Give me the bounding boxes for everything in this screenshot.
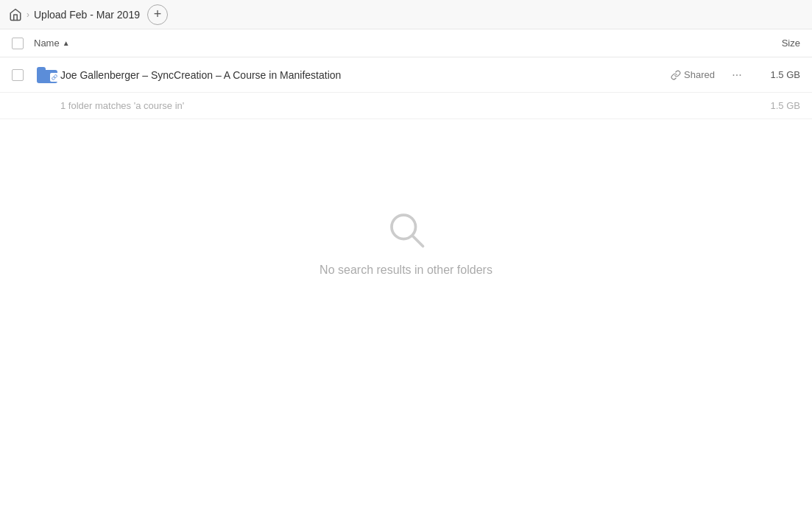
column-header: Name ▲ Size bbox=[0, 29, 812, 57]
match-info-size: 1.5 GB bbox=[756, 100, 800, 111]
home-button[interactable] bbox=[9, 8, 22, 21]
size-column-header: Size bbox=[741, 38, 800, 49]
link-overlay-icon bbox=[50, 73, 59, 82]
link-icon bbox=[671, 70, 681, 80]
more-dots-icon: ··· bbox=[732, 68, 741, 82]
folder-link-icon bbox=[37, 67, 57, 83]
no-results-text: No search results in other folders bbox=[319, 264, 493, 277]
home-icon bbox=[9, 8, 22, 21]
no-results-area: No search results in other folders bbox=[0, 119, 812, 277]
sort-arrow-icon: ▲ bbox=[63, 39, 70, 47]
select-all-checkbox-col[interactable] bbox=[12, 38, 34, 49]
more-options-button[interactable]: ··· bbox=[727, 65, 747, 85]
file-checkbox[interactable] bbox=[12, 69, 24, 81]
add-button[interactable]: + bbox=[147, 4, 168, 25]
name-column-header[interactable]: Name ▲ bbox=[34, 38, 741, 49]
file-name: Joe Gallenberger – SyncCreation – A Cour… bbox=[60, 69, 671, 81]
breadcrumb-bar: › Upload Feb - Mar 2019 + bbox=[0, 0, 812, 29]
file-checkbox-col[interactable] bbox=[12, 69, 34, 81]
file-icon-wrap bbox=[34, 67, 60, 83]
match-info-text: 1 folder matches 'a course in' bbox=[60, 100, 756, 111]
match-info-row: 1 folder matches 'a course in' 1.5 GB bbox=[0, 93, 812, 119]
select-all-checkbox[interactable] bbox=[12, 38, 24, 49]
folder-body bbox=[37, 70, 57, 83]
shared-badge: Shared bbox=[671, 69, 715, 80]
file-row[interactable]: Joe Gallenberger – SyncCreation – A Cour… bbox=[0, 57, 812, 93]
svg-line-1 bbox=[412, 236, 423, 247]
breadcrumb-chevron: › bbox=[27, 10, 29, 20]
breadcrumb-path: Upload Feb - Mar 2019 bbox=[34, 9, 140, 21]
shared-label: Shared bbox=[684, 69, 715, 80]
no-results-search-icon bbox=[384, 208, 428, 252]
file-size: 1.5 GB bbox=[756, 69, 800, 80]
